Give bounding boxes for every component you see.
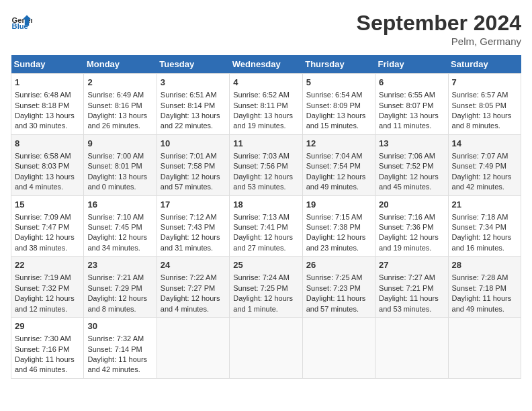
logo-icon: General Blue: [11, 11, 32, 32]
day-number: 27: [379, 259, 444, 271]
day-number: 8: [15, 138, 80, 150]
calendar-cell: 10Sunrise: 7:01 AMSunset: 7:58 PMDayligh…: [157, 134, 229, 195]
sunrise-text: Sunrise: 7:03 AM: [233, 152, 290, 160]
day-number: 26: [306, 259, 371, 271]
sunrise-text: Sunrise: 7:30 AM: [15, 334, 71, 342]
calendar-cell: 4Sunrise: 6:52 AMSunset: 8:11 PMDaylight…: [230, 74, 302, 135]
calendar-cell: 21Sunrise: 7:18 AMSunset: 7:34 PMDayligh…: [448, 195, 521, 257]
calendar-cell: [157, 318, 229, 379]
daylight-text: Daylight: 12 hours and 16 minutes.: [452, 233, 512, 251]
calendar-cell: 18Sunrise: 7:13 AMSunset: 7:41 PMDayligh…: [230, 195, 302, 257]
day-number: 29: [15, 320, 80, 332]
daylight-text: Daylight: 12 hours and 1 minute.: [233, 294, 293, 312]
sunset-text: Sunset: 8:09 PM: [306, 101, 361, 109]
daylight-text: Daylight: 12 hours and 27 minutes.: [233, 233, 293, 251]
sunset-text: Sunset: 8:03 PM: [15, 162, 69, 170]
sunrise-text: Sunrise: 7:18 AM: [452, 213, 508, 221]
sunrise-text: Sunrise: 7:12 AM: [161, 213, 217, 221]
sunrise-text: Sunrise: 7:06 AM: [379, 152, 435, 160]
logo: General Blue: [11, 11, 32, 32]
sunset-text: Sunset: 7:47 PM: [15, 223, 69, 231]
sunset-text: Sunset: 7:45 PM: [87, 223, 142, 231]
sunset-text: Sunset: 7:49 PM: [452, 162, 506, 170]
day-number: 5: [306, 77, 371, 89]
day-number: 12: [306, 138, 371, 150]
daylight-text: Daylight: 13 hours and 4 minutes.: [15, 173, 75, 191]
sunrise-text: Sunrise: 7:28 AM: [452, 273, 508, 281]
calendar-row: 15Sunrise: 7:09 AMSunset: 7:47 PMDayligh…: [11, 195, 521, 257]
daylight-text: Daylight: 12 hours and 53 minutes.: [233, 173, 293, 191]
calendar-cell: 13Sunrise: 7:06 AMSunset: 7:52 PMDayligh…: [375, 134, 448, 195]
calendar-row: 29Sunrise: 7:30 AMSunset: 7:16 PMDayligh…: [11, 318, 521, 379]
sunrise-text: Sunrise: 7:16 AM: [379, 213, 435, 221]
sunset-text: Sunset: 7:29 PM: [87, 284, 142, 292]
calendar-cell: 14Sunrise: 7:07 AMSunset: 7:49 PMDayligh…: [448, 134, 521, 195]
daylight-text: Daylight: 12 hours and 8 minutes.: [87, 294, 147, 312]
calendar-cell: 3Sunrise: 6:51 AMSunset: 8:14 PMDaylight…: [157, 74, 229, 135]
col-thursday: Thursday: [302, 55, 375, 74]
day-number: 3: [161, 77, 226, 89]
sunrise-text: Sunrise: 6:54 AM: [306, 91, 363, 99]
header-row: Sunday Monday Tuesday Wednesday Thursday…: [11, 55, 521, 74]
daylight-text: Daylight: 12 hours and 38 minutes.: [15, 233, 75, 251]
day-number: 18: [233, 199, 298, 211]
sunrise-text: Sunrise: 7:00 AM: [87, 152, 144, 160]
sunrise-text: Sunrise: 7:25 AM: [306, 273, 363, 281]
sunset-text: Sunset: 8:11 PM: [233, 101, 287, 109]
sunset-text: Sunset: 7:43 PM: [161, 223, 215, 231]
col-monday: Monday: [84, 55, 157, 74]
sunrise-text: Sunrise: 6:49 AM: [87, 91, 144, 99]
daylight-text: Daylight: 13 hours and 30 minutes.: [15, 111, 75, 130]
page-header: General Blue September 2024 Pelm, German…: [11, 11, 521, 47]
sunrise-text: Sunrise: 7:01 AM: [161, 152, 217, 160]
sunset-text: Sunset: 7:21 PM: [379, 284, 433, 292]
sunset-text: Sunset: 7:18 PM: [452, 284, 506, 292]
sunset-text: Sunset: 7:58 PM: [161, 162, 215, 170]
sunset-text: Sunset: 7:14 PM: [87, 345, 142, 353]
calendar-cell: [375, 318, 448, 379]
daylight-text: Daylight: 12 hours and 23 minutes.: [306, 233, 366, 251]
sunset-text: Sunset: 8:16 PM: [87, 101, 142, 109]
sunrise-text: Sunrise: 7:09 AM: [15, 213, 71, 221]
daylight-text: Daylight: 11 hours and 49 minutes.: [452, 294, 512, 312]
sunset-text: Sunset: 7:56 PM: [233, 162, 287, 170]
calendar-cell: 16Sunrise: 7:10 AMSunset: 7:45 PMDayligh…: [84, 195, 157, 257]
sunrise-text: Sunrise: 6:57 AM: [452, 91, 508, 99]
calendar-cell: 23Sunrise: 7:21 AMSunset: 7:29 PMDayligh…: [84, 257, 157, 318]
calendar-cell: 15Sunrise: 7:09 AMSunset: 7:47 PMDayligh…: [11, 195, 84, 257]
day-number: 7: [452, 77, 517, 89]
sunrise-text: Sunrise: 7:10 AM: [87, 213, 144, 221]
calendar-cell: [448, 318, 521, 379]
daylight-text: Daylight: 13 hours and 15 minutes.: [306, 111, 366, 130]
col-sunday: Sunday: [11, 55, 84, 74]
sunset-text: Sunset: 8:01 PM: [87, 162, 142, 170]
daylight-text: Daylight: 12 hours and 12 minutes.: [15, 294, 75, 312]
col-saturday: Saturday: [448, 55, 521, 74]
sunrise-text: Sunrise: 7:13 AM: [233, 213, 290, 221]
calendar-row: 22Sunrise: 7:19 AMSunset: 7:32 PMDayligh…: [11, 257, 521, 318]
calendar-cell: 5Sunrise: 6:54 AMSunset: 8:09 PMDaylight…: [302, 74, 375, 135]
calendar-cell: 17Sunrise: 7:12 AMSunset: 7:43 PMDayligh…: [157, 195, 229, 257]
calendar-cell: [302, 318, 375, 379]
daylight-text: Daylight: 13 hours and 19 minutes.: [233, 111, 293, 130]
day-number: 2: [87, 77, 152, 89]
calendar-cell: 7Sunrise: 6:57 AMSunset: 8:05 PMDaylight…: [448, 74, 521, 135]
daylight-text: Daylight: 11 hours and 42 minutes.: [87, 355, 147, 373]
col-tuesday: Tuesday: [157, 55, 229, 74]
calendar-cell: 20Sunrise: 7:16 AMSunset: 7:36 PMDayligh…: [375, 195, 448, 257]
calendar-cell: 24Sunrise: 7:22 AMSunset: 7:27 PMDayligh…: [157, 257, 229, 318]
calendar-cell: 2Sunrise: 6:49 AMSunset: 8:16 PMDaylight…: [84, 74, 157, 135]
day-number: 16: [87, 199, 152, 211]
daylight-text: Daylight: 12 hours and 57 minutes.: [161, 173, 220, 191]
sunrise-text: Sunrise: 7:32 AM: [87, 334, 144, 342]
calendar-cell: 27Sunrise: 7:27 AMSunset: 7:21 PMDayligh…: [375, 257, 448, 318]
daylight-text: Daylight: 12 hours and 31 minutes.: [161, 233, 220, 251]
calendar-cell: 29Sunrise: 7:30 AMSunset: 7:16 PMDayligh…: [11, 318, 84, 379]
daylight-text: Daylight: 11 hours and 53 minutes.: [379, 294, 439, 312]
daylight-text: Daylight: 12 hours and 42 minutes.: [452, 173, 512, 191]
sunset-text: Sunset: 7:34 PM: [452, 223, 506, 231]
day-number: 9: [87, 138, 152, 150]
sunrise-text: Sunrise: 7:27 AM: [379, 273, 435, 281]
sunrise-text: Sunrise: 7:04 AM: [306, 152, 363, 160]
sunrise-text: Sunrise: 6:51 AM: [161, 91, 217, 99]
